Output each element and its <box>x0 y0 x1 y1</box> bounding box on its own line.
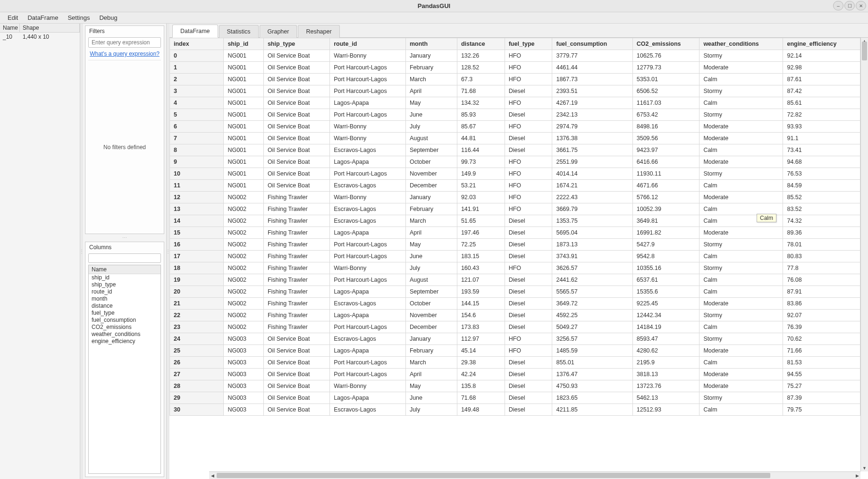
grid-cell[interactable]: Calm <box>699 274 783 286</box>
grid-cell[interactable]: Lagos-Apapa <box>330 392 406 404</box>
grid-cell[interactable]: NG003 <box>224 369 263 380</box>
grid-cell[interactable]: 10625.76 <box>632 50 699 62</box>
grid-cell[interactable]: Calm <box>699 97 783 109</box>
grid-cell[interactable]: March <box>405 215 457 227</box>
datagrid-scroll[interactable]: indexship_idship_typeroute_idmonthdistan… <box>169 38 860 471</box>
grid-cell[interactable]: NG001 <box>224 97 263 109</box>
grid-cell[interactable]: NG002 <box>224 227 263 239</box>
grid-cell[interactable]: Fishing Trawler <box>263 262 329 274</box>
grid-cell[interactable]: 76.39 <box>783 321 860 333</box>
tab-dataframe[interactable]: DataFrame <box>172 25 218 38</box>
grid-cell[interactable]: 132.26 <box>457 50 505 62</box>
grid-cell[interactable]: HFO <box>505 156 552 168</box>
grid-cell[interactable]: Fishing Trawler <box>263 239 329 251</box>
grid-cell[interactable]: 1873.13 <box>552 239 632 251</box>
grid-cell[interactable]: 197.46 <box>457 227 505 239</box>
grid-cell[interactable]: Oil Service Boat <box>263 74 329 85</box>
grid-cell[interactable]: Calm <box>699 286 783 298</box>
grid-cell[interactable]: 72.25 <box>457 239 505 251</box>
grid-cell[interactable]: 70.62 <box>783 333 860 345</box>
grid-cell[interactable]: 83.86 <box>783 298 860 310</box>
grid-cell[interactable]: 80.83 <box>783 251 860 262</box>
grid-cell[interactable]: 87.39 <box>783 392 860 404</box>
grid-cell[interactable]: 85.67 <box>457 121 505 133</box>
grid-index-cell[interactable]: 23 <box>170 321 224 333</box>
grid-cell[interactable]: 2441.62 <box>552 274 632 286</box>
table-row[interactable]: 6NG001Oil Service BoatWarri-BonnyJuly85.… <box>170 121 860 133</box>
columns-list-header[interactable]: Name <box>89 265 160 274</box>
datagrid[interactable]: indexship_idship_typeroute_idmonthdistan… <box>169 38 860 416</box>
columns-list-item[interactable]: route_id <box>89 288 160 295</box>
grid-column-header[interactable]: ship_id <box>224 38 263 50</box>
grid-cell[interactable]: 3649.81 <box>632 215 699 227</box>
grid-cell[interactable]: HFO <box>505 345 552 357</box>
grid-cell[interactable]: Fishing Trawler <box>263 192 329 203</box>
grid-cell[interactable]: Port Harcourt-Lagos <box>330 85 406 97</box>
grid-cell[interactable]: Escravos-Lagos <box>330 180 406 192</box>
grid-cell[interactable]: July <box>405 262 457 274</box>
grid-cell[interactable]: 5462.13 <box>632 392 699 404</box>
grid-cell[interactable]: 3818.13 <box>632 369 699 380</box>
grid-cell[interactable]: 83.52 <box>783 203 860 215</box>
grid-cell[interactable]: 2974.79 <box>552 121 632 133</box>
columns-list-item[interactable]: ship_id <box>89 274 160 281</box>
grid-cell[interactable]: Lagos-Apapa <box>330 345 406 357</box>
grid-cell[interactable]: Warri-Bonny <box>330 50 406 62</box>
grid-cell[interactable]: Oil Service Boat <box>263 50 329 62</box>
tab-statistics[interactable]: Statistics <box>219 25 259 38</box>
grid-cell[interactable]: Moderate <box>699 369 783 380</box>
grid-column-header[interactable]: engine_efficiency <box>783 38 860 50</box>
grid-cell[interactable]: 71.66 <box>783 345 860 357</box>
grid-cell[interactable]: Port Harcourt-Lagos <box>330 239 406 251</box>
grid-cell[interactable]: 10355.16 <box>632 262 699 274</box>
grid-cell[interactable]: 73.41 <box>783 144 860 156</box>
grid-cell[interactable]: NG003 <box>224 392 263 404</box>
grid-cell[interactable]: NG001 <box>224 62 263 74</box>
table-row[interactable]: 2NG001Oil Service BoatPort Harcourt-Lago… <box>170 74 860 85</box>
grid-cell[interactable]: 13723.76 <box>632 380 699 392</box>
grid-cell[interactable]: March <box>405 74 457 85</box>
table-row[interactable]: 13NG002Fishing TrawlerEscravos-LagosFebr… <box>170 203 860 215</box>
grid-cell[interactable]: NG001 <box>224 85 263 97</box>
table-row[interactable]: 30NG003Oil Service BoatEscravos-LagosJul… <box>170 404 860 416</box>
grid-cell[interactable]: 94.55 <box>783 369 860 380</box>
grid-cell[interactable]: NG002 <box>224 215 263 227</box>
grid-cell[interactable]: 1353.75 <box>552 215 632 227</box>
grid-cell[interactable]: Lagos-Apapa <box>330 310 406 321</box>
grid-index-cell[interactable]: 28 <box>170 380 224 392</box>
grid-cell[interactable]: HFO <box>505 50 552 62</box>
grid-index-cell[interactable]: 26 <box>170 357 224 369</box>
grid-cell[interactable]: Diesel <box>505 144 552 156</box>
grid-cell[interactable]: 116.44 <box>457 144 505 156</box>
table-row[interactable]: 0NG001Oil Service BoatWarri-BonnyJanuary… <box>170 50 860 62</box>
grid-cell[interactable]: Port Harcourt-Lagos <box>330 62 406 74</box>
grid-index-cell[interactable]: 17 <box>170 251 224 262</box>
table-row[interactable]: 23NG002Fishing TrawlerPort Harcourt-Lago… <box>170 321 860 333</box>
grid-cell[interactable]: 5766.12 <box>632 192 699 203</box>
grid-cell[interactable]: 2195.9 <box>632 357 699 369</box>
grid-index-cell[interactable]: 24 <box>170 333 224 345</box>
grid-cell[interactable]: 92.03 <box>457 192 505 203</box>
grid-cell[interactable]: NG002 <box>224 298 263 310</box>
table-row[interactable]: 26NG003Oil Service BoatPort Harcourt-Lag… <box>170 357 860 369</box>
tab-reshaper[interactable]: Reshaper <box>298 25 339 38</box>
grid-cell[interactable]: NG002 <box>224 274 263 286</box>
grid-cell[interactable]: 16991.82 <box>632 227 699 239</box>
grid-cell[interactable]: 85.61 <box>783 97 860 109</box>
grid-cell[interactable]: Calm <box>699 357 783 369</box>
table-row[interactable]: 17NG002Fishing TrawlerPort Harcourt-Lago… <box>170 251 860 262</box>
dflist-header-name[interactable]: Name <box>0 24 20 32</box>
grid-cell[interactable]: Port Harcourt-Lagos <box>330 321 406 333</box>
grid-cell[interactable]: HFO <box>505 97 552 109</box>
grid-index-cell[interactable]: 3 <box>170 85 224 97</box>
grid-cell[interactable]: HFO <box>505 121 552 133</box>
grid-cell[interactable]: Fishing Trawler <box>263 251 329 262</box>
grid-cell[interactable]: 4014.14 <box>552 168 632 180</box>
grid-cell[interactable]: 8593.47 <box>632 333 699 345</box>
grid-index-cell[interactable]: 0 <box>170 50 224 62</box>
grid-cell[interactable]: Diesel <box>505 392 552 404</box>
grid-index-cell[interactable]: 2 <box>170 74 224 85</box>
columns-list-item[interactable]: CO2_emissions <box>89 324 160 331</box>
grid-cell[interactable]: Fishing Trawler <box>263 286 329 298</box>
table-row[interactable]: 24NG003Oil Service BoatEscravos-LagosJan… <box>170 333 860 345</box>
